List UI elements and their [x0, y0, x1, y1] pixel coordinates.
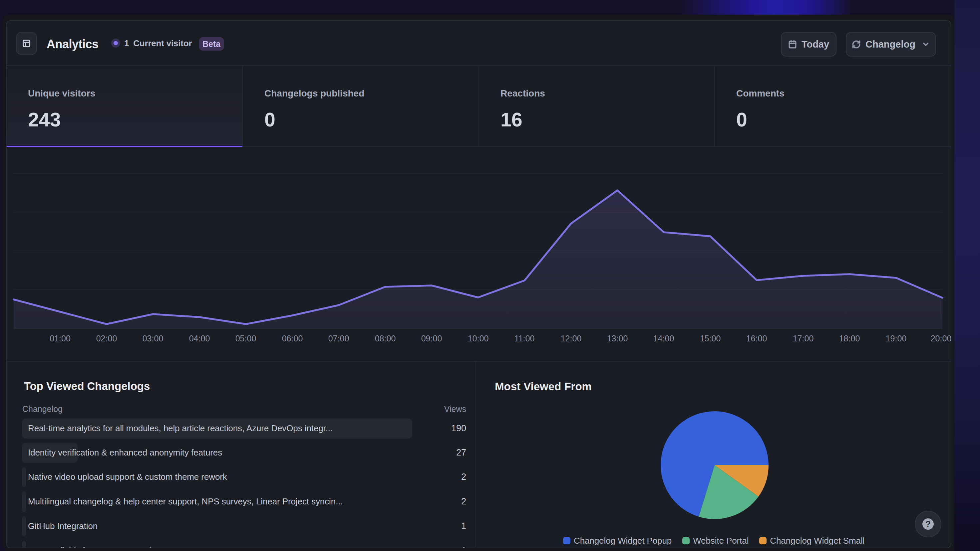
svg-text:12:00: 12:00	[561, 334, 582, 343]
svg-text:19:00: 19:00	[886, 334, 907, 343]
svg-text:04:00: 04:00	[189, 334, 210, 343]
svg-text:03:00: 03:00	[143, 334, 164, 343]
svg-text:10:00: 10:00	[468, 334, 489, 343]
svg-text:08:00: 08:00	[375, 334, 396, 343]
svg-text:06:00: 06:00	[282, 334, 303, 343]
svg-text:20:00: 20:00	[931, 334, 951, 343]
svg-text:15:00: 15:00	[700, 334, 721, 343]
svg-text:18:00: 18:00	[839, 334, 860, 343]
svg-text:14:00: 14:00	[653, 334, 674, 343]
svg-text:05:00: 05:00	[235, 334, 256, 343]
svg-text:11:00: 11:00	[514, 334, 535, 343]
svg-text:07:00: 07:00	[328, 334, 349, 343]
svg-text:02:00: 02:00	[96, 334, 117, 343]
svg-text:16:00: 16:00	[746, 334, 767, 343]
svg-text:17:00: 17:00	[793, 334, 814, 343]
svg-text:09:00: 09:00	[421, 334, 442, 343]
svg-text:13:00: 13:00	[607, 334, 628, 343]
svg-text:01:00: 01:00	[49, 334, 71, 343]
